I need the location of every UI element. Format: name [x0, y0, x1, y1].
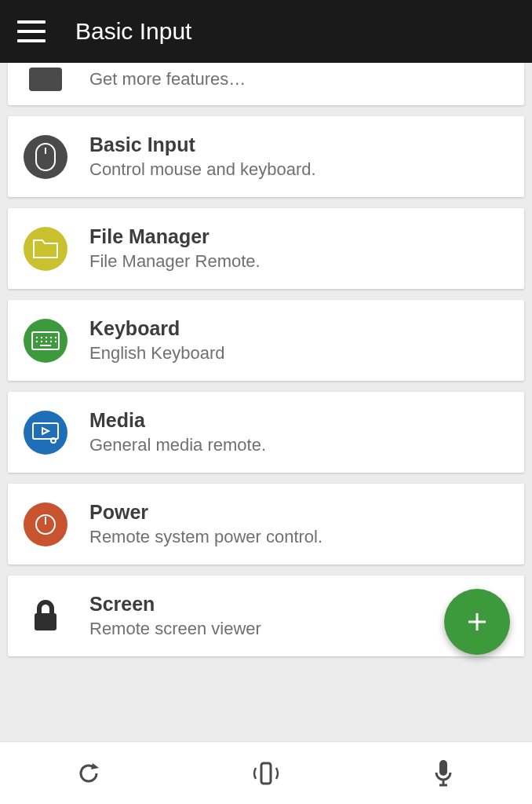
- svg-point-6: [50, 336, 52, 338]
- refresh-icon: [75, 760, 102, 787]
- list-item-title: Media: [89, 409, 266, 432]
- feature-list: Get more features… Basic Input Control m…: [0, 63, 532, 667]
- phone-vibrate-icon: [246, 760, 286, 787]
- list-item-title: File Manager: [89, 225, 261, 248]
- bottom-bar: [0, 741, 532, 804]
- app-bar: Basic Input: [0, 0, 532, 63]
- page-title: Basic Input: [75, 18, 191, 45]
- list-item-file-manager[interactable]: File Manager File Manager Remote.: [8, 208, 524, 289]
- list-item-subtitle: Control mouse and keyboard.: [89, 159, 316, 180]
- list-item-subtitle: File Manager Remote.: [89, 251, 261, 272]
- svg-point-4: [41, 336, 42, 338]
- list-item-basic-input[interactable]: Basic Input Control mouse and keyboard.: [8, 116, 524, 197]
- svg-point-9: [41, 340, 42, 342]
- list-item-subtitle: Get more features…: [89, 69, 246, 90]
- svg-point-11: [50, 340, 52, 342]
- svg-point-8: [36, 340, 38, 342]
- refresh-button[interactable]: [42, 750, 136, 797]
- feature-icon: [29, 68, 62, 91]
- svg-marker-22: [91, 763, 99, 769]
- svg-marker-15: [42, 428, 49, 434]
- list-item-media[interactable]: Media General media remote.: [8, 392, 524, 473]
- folder-icon: [24, 227, 67, 271]
- vibrate-button[interactable]: [219, 750, 313, 797]
- list-item-subtitle: English Keyboard: [89, 343, 224, 364]
- mouse-icon: [24, 135, 67, 179]
- add-button[interactable]: [444, 589, 510, 655]
- list-item-title: Screen: [89, 593, 261, 616]
- svg-rect-14: [33, 423, 58, 439]
- list-item-get-more[interactable]: Get more features…: [8, 63, 524, 105]
- power-icon: [24, 502, 67, 546]
- list-item-title: Power: [89, 501, 322, 524]
- list-item-title: Keyboard: [89, 317, 224, 340]
- list-item-title: Basic Input: [89, 133, 316, 156]
- svg-rect-2: [32, 332, 59, 349]
- list-item-power[interactable]: Power Remote system power control.: [8, 484, 524, 565]
- list-item-subtitle: General media remote.: [89, 435, 266, 455]
- mic-icon: [433, 758, 454, 788]
- svg-rect-13: [40, 345, 51, 346]
- list-item-subtitle: Remote screen viewer: [89, 619, 261, 639]
- svg-point-10: [46, 340, 47, 342]
- svg-rect-19: [35, 613, 56, 630]
- svg-rect-24: [439, 760, 447, 776]
- svg-point-3: [36, 336, 38, 338]
- svg-point-16: [51, 438, 56, 443]
- mic-button[interactable]: [396, 750, 490, 797]
- plus-icon: [464, 608, 490, 635]
- svg-point-12: [55, 340, 56, 342]
- svg-point-5: [46, 336, 47, 338]
- svg-point-7: [55, 336, 56, 338]
- media-icon: [24, 411, 67, 455]
- svg-rect-23: [261, 763, 271, 784]
- lock-icon: [24, 599, 67, 634]
- list-item-subtitle: Remote system power control.: [89, 527, 322, 547]
- keyboard-icon: [24, 319, 67, 363]
- list-item-keyboard[interactable]: Keyboard English Keyboard: [8, 300, 524, 381]
- menu-icon[interactable]: [17, 20, 46, 42]
